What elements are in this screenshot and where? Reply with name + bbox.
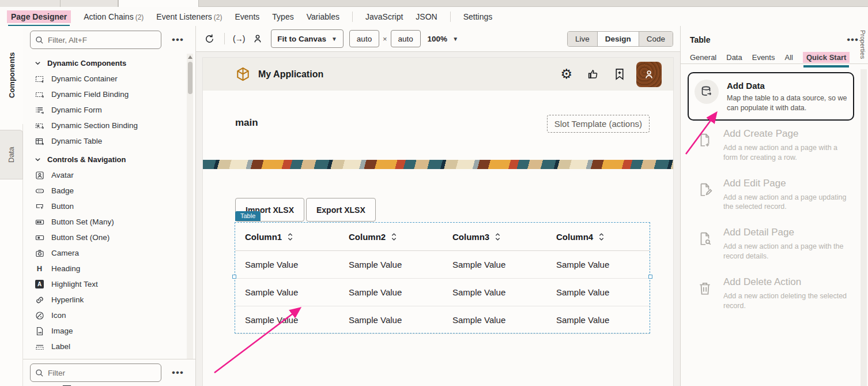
properties-overflow-menu-icon[interactable]: •••: [847, 37, 859, 43]
rail-tab-data[interactable]: Data: [0, 130, 23, 179]
quickstart-add-edit-page[interactable]: Add Edit Page Add a new action and a pag…: [688, 170, 854, 220]
refresh-icon[interactable]: [204, 33, 215, 44]
selection-handle-right[interactable]: [648, 275, 652, 279]
fit-to-canvas-dropdown[interactable]: Fit to Canvas ▼: [271, 29, 344, 48]
component-item-label[interactable]: Label: [35, 339, 195, 354]
tab-types[interactable]: Types: [272, 12, 293, 21]
sort-icon[interactable]: [495, 233, 500, 241]
app-header[interactable]: My Application ⚙: [203, 58, 673, 91]
component-item-button-set-one[interactable]: Button Set (One): [35, 230, 195, 245]
properties-header: Table •••: [681, 26, 868, 48]
thumbs-up-icon[interactable]: [587, 68, 599, 80]
section-controls-navigation[interactable]: Controls & Navigation: [35, 151, 195, 167]
components-filter-field[interactable]: [30, 31, 161, 49]
tab-variables[interactable]: Variables: [307, 12, 339, 21]
sort-icon[interactable]: [391, 233, 397, 241]
sidebar-scrollbar[interactable]: [187, 54, 193, 381]
settings-gear-icon[interactable]: ⚙: [560, 68, 572, 81]
canvas-height-input[interactable]: [391, 30, 421, 47]
props-tab-data[interactable]: Data: [726, 53, 742, 62]
props-tab-events[interactable]: Events: [752, 53, 775, 62]
structure-filter-input[interactable]: [48, 369, 156, 377]
quickstart-add-detail-page[interactable]: Add Detail Page Add a new action and a p…: [688, 219, 854, 269]
editor-tab[interactable]: [0, 0, 61, 7]
quickstart-title: Add Edit Page: [723, 178, 847, 189]
component-item-badge[interactable]: Badge: [35, 183, 195, 198]
props-tab-general[interactable]: General: [690, 53, 716, 62]
selection-handle-left[interactable]: [232, 275, 236, 279]
sort-icon[interactable]: [599, 233, 604, 241]
collapsed-panel-label[interactable]: Properties: [859, 30, 866, 59]
section-dynamic-components[interactable]: Dynamic Components: [35, 55, 195, 71]
component-item-button[interactable]: Button: [35, 198, 195, 214]
props-tab-all[interactable]: All: [784, 53, 792, 62]
component-item-dynamic-section-binding[interactable]: Dynamic Section Binding: [35, 118, 195, 133]
bookmark-icon[interactable]: [614, 68, 625, 80]
table-cell: Sample Value: [235, 287, 339, 297]
component-item-button-set-many[interactable]: Button Set (Many): [35, 214, 195, 230]
structure-overflow-menu-icon[interactable]: •••: [172, 370, 184, 376]
tab-json[interactable]: JSON: [416, 12, 437, 21]
component-item-highlight-text[interactable]: A Highlight Text: [35, 276, 195, 292]
component-item-heading[interactable]: H Heading: [35, 261, 195, 276]
export-xlsx-button[interactable]: Export XLSX: [306, 198, 376, 222]
button-icon: [35, 201, 44, 211]
user-avatar[interactable]: [636, 62, 662, 87]
component-item-avatar[interactable]: Avatar: [35, 167, 195, 183]
column-header[interactable]: Column1: [235, 232, 339, 242]
component-item-camera[interactable]: Camera: [35, 245, 195, 261]
tab-javascript[interactable]: JavaScript: [365, 12, 403, 21]
mode-code-button[interactable]: Code: [639, 32, 673, 46]
component-item-image[interactable]: Image: [35, 323, 195, 339]
tab-settings[interactable]: Settings: [463, 12, 493, 21]
scroll-up-icon[interactable]: [188, 55, 193, 59]
component-item-icon[interactable]: Icon: [35, 308, 195, 323]
component-item-dynamic-field-binding[interactable]: Dynamic Field Binding: [35, 87, 195, 102]
components-overflow-menu-icon[interactable]: •••: [172, 37, 184, 43]
sort-icon[interactable]: [288, 233, 293, 241]
canvas-width-input[interactable]: [349, 30, 379, 47]
quickstart-add-delete-action[interactable]: Add Delete Action Add a new action delet…: [688, 269, 854, 318]
responsive-width-icon[interactable]: (→): [233, 34, 244, 43]
table-row[interactable]: Sample Value Sample Value Sample Value S…: [235, 251, 650, 279]
tab-page-designer[interactable]: Page Designer: [7, 10, 71, 23]
rail-tab-components[interactable]: Components: [0, 26, 23, 124]
caret-down-icon: ▼: [452, 36, 458, 42]
table-component[interactable]: Column1 Column2 Column3 Column4 Sample V…: [235, 222, 650, 333]
component-item-dynamic-container[interactable]: Dynamic Container: [35, 71, 195, 87]
components-filter-input[interactable]: [48, 36, 156, 44]
column-header[interactable]: Column3: [443, 232, 546, 242]
scrollbar-thumb[interactable]: [188, 62, 193, 94]
component-item-dynamic-table[interactable]: Dynamic Table: [35, 133, 195, 149]
grid-row-icon: [62, 384, 72, 386]
zoom-dropdown[interactable]: 100% ▼: [428, 35, 458, 43]
props-tab-quick-start[interactable]: Quick Start: [803, 52, 850, 63]
mode-design-button[interactable]: Design: [598, 32, 639, 46]
component-item-hyperlink[interactable]: Hyperlink: [35, 292, 195, 308]
camera-icon: [35, 248, 44, 258]
table-row[interactable]: Sample Value Sample Value Sample Value S…: [235, 279, 650, 306]
page-preview[interactable]: My Application ⚙ main Slot Template (act…: [203, 58, 673, 386]
table-cell: Sample Value: [443, 260, 546, 269]
mode-live-button[interactable]: Live: [568, 32, 598, 46]
table-cell: Sample Value: [546, 315, 650, 325]
quickstart-add-data[interactable]: Add Data Map the table to a data source,…: [688, 72, 854, 121]
quickstart-add-create-page[interactable]: Add Create Page Add a new action and a p…: [688, 121, 854, 170]
editor-tab[interactable]: [61, 0, 118, 7]
editor-tab-active[interactable]: [118, 0, 199, 7]
properties-tabs: General Data Events All Quick Start: [681, 48, 868, 64]
tab-event-listeners[interactable]: Event Listeners(2): [156, 12, 222, 21]
structure-item-clipped[interactable]: Grid Row: [62, 384, 110, 386]
structure-filter-field[interactable]: [30, 363, 161, 382]
column-header[interactable]: Column4: [546, 232, 650, 242]
column-header[interactable]: Column2: [339, 232, 443, 242]
persona-icon[interactable]: [252, 33, 263, 44]
table-row[interactable]: Sample Value Sample Value Sample Value S…: [235, 306, 650, 334]
component-item-dynamic-form[interactable]: Dynamic Form: [35, 102, 195, 118]
quick-start-list: Add Data Map the table to a data source,…: [681, 64, 868, 318]
tab-events[interactable]: Events: [235, 12, 260, 21]
properties-scrollbar[interactable]: [861, 69, 867, 386]
tab-action-chains[interactable]: Action Chains(2): [84, 12, 144, 21]
selection-badge[interactable]: Table: [235, 211, 261, 221]
slot-template-placeholder[interactable]: Slot Template (actions): [547, 115, 650, 133]
